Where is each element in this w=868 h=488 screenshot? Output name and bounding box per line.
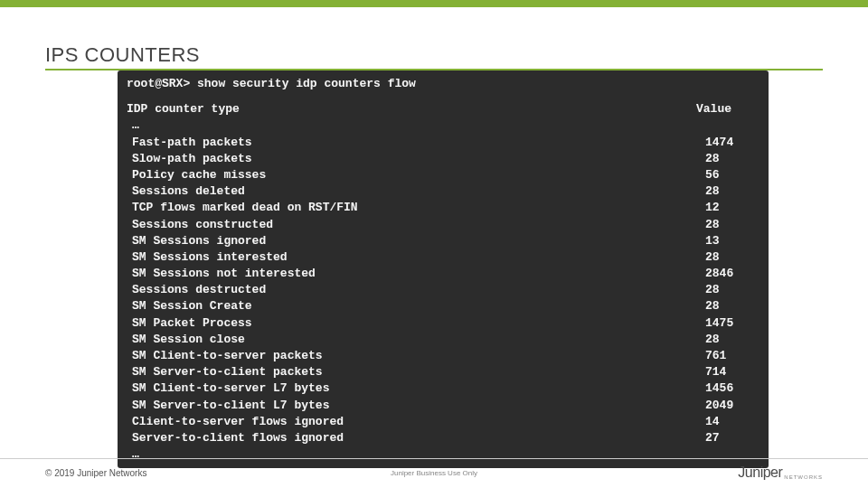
counter-value: 28 (705, 151, 760, 167)
counter-value: 14 (705, 414, 760, 430)
counter-label: SM Packet Process (127, 315, 252, 332)
counter-label: Sessions constructed (127, 217, 273, 233)
counter-label: SM Sessions interested (127, 249, 288, 266)
terminal-row: SM Client-to-server L7 bytes1456 (127, 380, 760, 397)
counter-label: TCP flows marked dead on RST/FIN (127, 200, 358, 216)
slide-content: IPS COUNTERS root@SRX> show security idp… (0, 7, 868, 468)
terminal-header-value: Value (696, 101, 760, 117)
terminal-ellipsis-top: … (127, 117, 760, 134)
counter-value: 13 (705, 233, 760, 249)
counter-value: 28 (705, 183, 760, 200)
counter-value: 714 (705, 364, 760, 380)
counter-label: SM Server-to-client packets (127, 364, 323, 380)
footer-copyright: © 2019 Juniper Networks (45, 468, 146, 478)
terminal-row: SM Sessions not interested2846 (127, 266, 760, 282)
terminal-row: Client-to-server flows ignored14 (127, 414, 760, 430)
top-accent-bar (0, 0, 868, 7)
terminal-row: Sessions constructed28 (127, 217, 760, 233)
terminal-row: SM Packet Process1475 (127, 315, 760, 332)
footer-center-text: Juniper Business Use Only (391, 469, 477, 477)
slide-footer: © 2019 Juniper Networks Juniper Business… (0, 458, 868, 481)
terminal-command: root@SRX> show security idp counters flo… (127, 76, 760, 92)
counter-label: SM Client-to-server packets (127, 348, 323, 364)
counter-label: SM Sessions ignored (127, 233, 266, 249)
terminal-output: root@SRX> show security idp counters flo… (118, 70, 769, 468)
terminal-row: SM Client-to-server packets761 (127, 348, 760, 364)
counter-value: 1475 (705, 315, 760, 332)
counter-value: 1474 (705, 135, 760, 151)
terminal-rows: Fast-path packets1474Slow-path packets28… (127, 135, 760, 447)
terminal-row: SM Server-to-client L7 bytes2049 (127, 398, 760, 414)
counter-label: Sessions deleted (127, 183, 245, 200)
counter-label: SM Session close (127, 332, 245, 348)
juniper-logo: Juniper NETWORKS (738, 465, 823, 481)
terminal-row: SM Session close28 (127, 332, 760, 348)
terminal-row: SM Session Create28 (127, 298, 760, 314)
counter-label: Client-to-server flows ignored (127, 414, 344, 430)
terminal-header-row: IDP counter type Value (127, 101, 760, 117)
counter-label: SM Sessions not interested (127, 266, 316, 282)
counter-label: Sessions destructed (127, 282, 266, 298)
logo-text: Juniper (738, 465, 782, 481)
terminal-row: Slow-path packets28 (127, 151, 760, 167)
counter-label: Server-to-client flows ignored (127, 430, 344, 446)
counter-value: 28 (705, 282, 760, 298)
logo-subtext: NETWORKS (784, 474, 823, 481)
counter-value: 56 (705, 167, 760, 183)
terminal-row: Fast-path packets1474 (127, 135, 760, 151)
counter-value: 761 (705, 348, 760, 364)
terminal-row: Policy cache misses56 (127, 167, 760, 183)
counter-value: 27 (705, 430, 760, 446)
terminal-row: SM Server-to-client packets714 (127, 364, 760, 380)
counter-label: Fast-path packets (127, 135, 252, 151)
counter-value: 28 (705, 298, 760, 314)
counter-value: 2846 (705, 266, 760, 282)
counter-label: SM Client-to-server L7 bytes (127, 380, 329, 397)
counter-label: SM Session Create (127, 298, 252, 314)
counter-value: 28 (705, 217, 760, 233)
terminal-row: Server-to-client flows ignored27 (127, 430, 760, 446)
counter-value: 28 (705, 332, 760, 348)
counter-value: 28 (705, 249, 760, 266)
terminal-row: SM Sessions interested28 (127, 249, 760, 266)
slide-title: IPS COUNTERS (45, 43, 823, 70)
terminal-row: SM Sessions ignored13 (127, 233, 760, 249)
counter-label: SM Server-to-client L7 bytes (127, 398, 329, 414)
terminal-row: TCP flows marked dead on RST/FIN12 (127, 200, 760, 216)
counter-value: 12 (705, 200, 760, 216)
counter-value: 1456 (705, 380, 760, 397)
counter-value: 2049 (705, 398, 760, 414)
terminal-row: Sessions deleted28 (127, 183, 760, 200)
counter-label: Policy cache misses (127, 167, 266, 183)
terminal-header-label: IDP counter type (127, 101, 240, 117)
terminal-row: Sessions destructed28 (127, 282, 760, 298)
counter-label: Slow-path packets (127, 151, 252, 167)
